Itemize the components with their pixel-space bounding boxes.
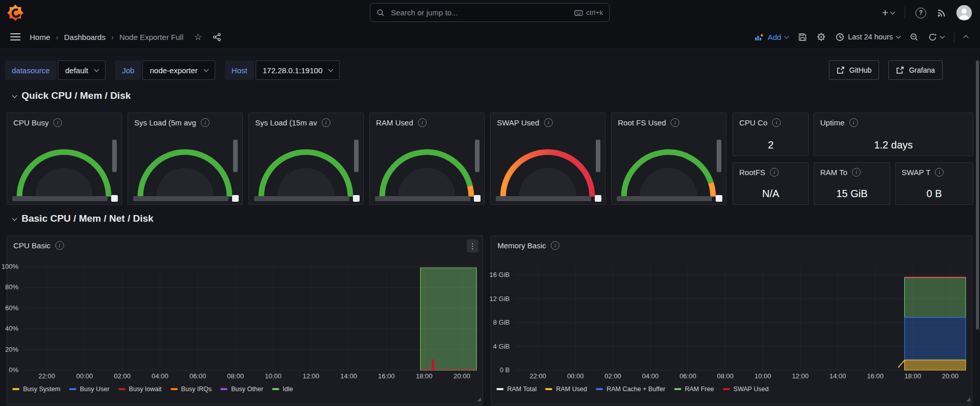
x-axis-tick: 22:00: [523, 372, 553, 380]
panel-hscrollbar[interactable]: [375, 196, 470, 201]
stat-title: RAM To: [820, 168, 847, 177]
info-icon[interactable]: i: [53, 118, 62, 127]
panel-scroll-corner[interactable]: [595, 195, 601, 202]
info-icon[interactable]: i: [544, 118, 553, 127]
share-icon[interactable]: [213, 33, 221, 41]
link-button-grafana[interactable]: Grafana: [888, 60, 943, 80]
legend-item-busy-irqs[interactable]: Busy IRQs: [171, 386, 212, 393]
grafana-logo-icon[interactable]: [7, 5, 24, 21]
new-menu-button[interactable]: +: [882, 8, 894, 18]
info-icon[interactable]: i: [322, 118, 330, 127]
panel-vscrollbar[interactable]: [354, 140, 359, 172]
panel-scroll-corner[interactable]: [111, 195, 118, 202]
legend-item-ram-free[interactable]: RAM Free: [674, 386, 714, 393]
variable-value-job[interactable]: node-exporter: [142, 60, 215, 80]
variable-value-datasource[interactable]: default: [58, 60, 106, 80]
panel-scroll-corner[interactable]: [232, 195, 239, 202]
favorite-star-icon[interactable]: ☆: [194, 32, 202, 42]
panel-hscrollbar[interactable]: [617, 196, 712, 201]
panel-menu-button[interactable]: ⋮: [467, 240, 478, 252]
breadcrumb-dashboards[interactable]: Dashboards: [64, 33, 106, 41]
info-icon[interactable]: i: [849, 118, 858, 127]
news-button[interactable]: [936, 8, 946, 18]
panel-vscrollbar[interactable]: [717, 140, 721, 172]
panel-scroll-corner[interactable]: [716, 195, 722, 202]
x-axis-tick: 04:00: [144, 372, 175, 380]
collapse-toolbar-button[interactable]: [964, 34, 968, 39]
legend-item-idle[interactable]: Idle: [272, 386, 293, 393]
info-icon[interactable]: i: [551, 241, 559, 250]
variable-label-datasource: datasource: [5, 60, 56, 80]
info-icon[interactable]: i: [770, 168, 779, 177]
memory-basic-chart[interactable]: 16 GiB12 GiB8 GiB4 GiB0 B22:0000:0002:00…: [491, 257, 972, 403]
add-panel-button[interactable]: Add: [754, 33, 788, 41]
panel-vscrollbar[interactable]: [475, 140, 479, 172]
stat-value: 1.2 days: [814, 139, 973, 151]
panel-vscrollbar[interactable]: [596, 140, 600, 172]
breadcrumb-home[interactable]: Home: [30, 33, 50, 41]
external-link-icon: [837, 66, 845, 74]
legend-swatch: [69, 388, 76, 390]
menu-toggle-icon[interactable]: [10, 33, 20, 40]
save-icon: [798, 33, 807, 41]
info-icon[interactable]: i: [418, 118, 427, 127]
y-axis-tick: 8 GiB: [493, 318, 510, 327]
gauge-panel-ram-used: RAM Usedi: [369, 113, 485, 205]
panel-resize-handle[interactable]: [477, 397, 481, 401]
variable-job: Jobnode-exporter: [115, 60, 215, 80]
dashboard-settings-button[interactable]: [817, 32, 826, 41]
link-button-github[interactable]: GitHub: [829, 60, 880, 80]
legend-item-ram-used[interactable]: RAM Used: [545, 386, 587, 393]
legend-item-busy-system[interactable]: Busy System: [12, 386, 60, 393]
legend-item-ram-total[interactable]: RAM Total: [496, 386, 536, 393]
variable-selected-value: 172.28.0.1:19100: [263, 66, 323, 75]
info-icon[interactable]: i: [55, 241, 64, 250]
chevron-down-icon: [890, 10, 895, 15]
panel-scroll-corner[interactable]: [474, 195, 481, 202]
gauge-panel-cpu-busy: CPU Busyi: [7, 113, 122, 205]
info-icon[interactable]: i: [852, 168, 861, 177]
info-icon[interactable]: i: [772, 118, 781, 127]
variable-value-host[interactable]: 172.28.0.1:19100: [256, 60, 340, 80]
panel-hscrollbar[interactable]: [12, 196, 108, 201]
panel-header: RAM Usedi: [370, 113, 484, 132]
info-icon[interactable]: i: [201, 118, 210, 127]
legend-item-busy-iowait[interactable]: Busy Iowait: [118, 386, 162, 393]
user-avatar[interactable]: [956, 5, 972, 20]
y-axis-tick: 60%: [5, 304, 18, 312]
save-dashboard-button[interactable]: [798, 33, 807, 41]
row-header-quick-cpu-mem-disk[interactable]: Quick CPU / Mem / Disk: [13, 90, 131, 101]
panel-hscrollbar[interactable]: [254, 196, 349, 201]
help-icon: ?: [915, 8, 926, 18]
legend-item-swap-used[interactable]: SWAP Used: [723, 386, 769, 393]
page-scrollbar[interactable]: [976, 60, 979, 330]
chevron-up-icon: [964, 35, 969, 40]
info-icon[interactable]: i: [935, 168, 944, 177]
cpu-basic-chart[interactable]: 100%80%60%40%20%0%22:0000:0002:0004:0006…: [7, 257, 483, 403]
legend-item-busy-other[interactable]: Busy Other: [220, 386, 263, 393]
zoom-out-button[interactable]: [910, 33, 919, 41]
legend-label: Busy Other: [231, 386, 263, 393]
panel-header: Root FS Usedi: [612, 113, 726, 132]
row-header-basic-cpu-mem-net-disk[interactable]: Basic CPU / Mem / Net / Disk: [13, 213, 154, 224]
panel-resize-handle[interactable]: [966, 397, 970, 401]
panel-scroll-corner[interactable]: [353, 195, 360, 202]
legend-item-busy-user[interactable]: Busy User: [69, 386, 110, 393]
info-icon[interactable]: i: [671, 118, 679, 127]
search-input[interactable]: [390, 8, 569, 17]
x-axis-tick: 02:00: [107, 372, 138, 380]
refresh-button[interactable]: [928, 33, 944, 41]
search-box[interactable]: ctrl+k: [370, 3, 610, 22]
chevron-down-icon: [940, 34, 945, 39]
x-axis-tick: 18:00: [898, 372, 928, 380]
panel-hscrollbar[interactable]: [133, 196, 228, 201]
panel-vscrollbar[interactable]: [112, 140, 117, 172]
panel-vscrollbar[interactable]: [233, 140, 238, 172]
gear-icon: [817, 32, 826, 41]
legend-item-ram-cache-buffer[interactable]: RAM Cache + Buffer: [596, 386, 665, 393]
template-variables: datasourcedefaultJobnode-exporterHost172…: [5, 60, 340, 80]
time-range-picker[interactable]: Last 24 hours: [836, 33, 900, 41]
panel-hscrollbar[interactable]: [496, 196, 591, 201]
help-button[interactable]: ?: [915, 8, 926, 18]
x-axis-tick: 00:00: [560, 372, 591, 380]
